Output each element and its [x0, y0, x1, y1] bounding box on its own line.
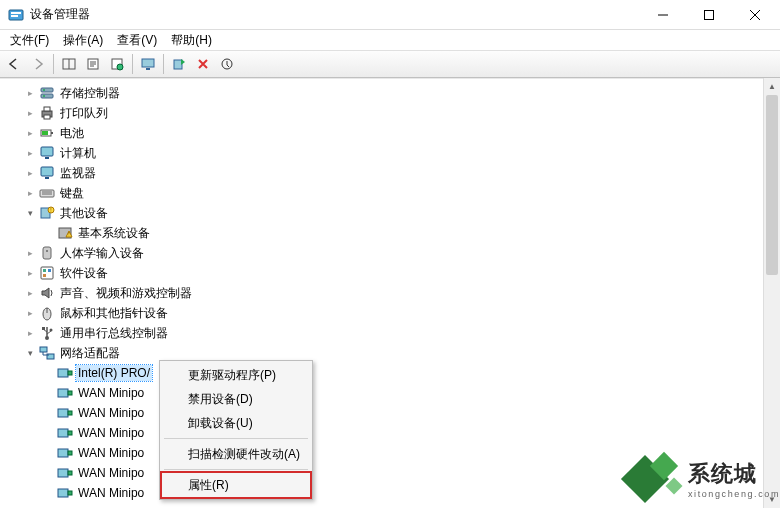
- toolbar-help-button[interactable]: [106, 53, 128, 75]
- tree-item-label: 人体学输入设备: [58, 244, 146, 263]
- toolbar-monitor-button[interactable]: [137, 53, 159, 75]
- menu-file[interactable]: 文件(F): [4, 31, 55, 50]
- tree-item[interactable]: ▸键盘: [4, 183, 780, 203]
- vertical-scrollbar[interactable]: ▲ ▼: [763, 78, 780, 508]
- tree-item[interactable]: ▸存储控制器: [4, 83, 780, 103]
- svg-text:!: !: [68, 231, 69, 237]
- watermark-text-cn: 系统城: [688, 459, 780, 489]
- menu-help[interactable]: 帮助(H): [165, 31, 218, 50]
- scroll-up-button[interactable]: ▲: [764, 78, 780, 95]
- svg-rect-46: [48, 269, 51, 272]
- spacer-icon: [40, 425, 56, 441]
- spacer-icon: [40, 445, 56, 461]
- expander-closed-icon[interactable]: ▸: [22, 305, 38, 321]
- menu-view[interactable]: 查看(V): [111, 31, 163, 50]
- tree-item-label: WAN Minipo: [76, 425, 146, 441]
- tree-item[interactable]: WAN Minipo: [4, 403, 780, 423]
- tree-item[interactable]: ▸打印队列: [4, 103, 780, 123]
- nic-icon: [57, 385, 73, 401]
- svg-rect-16: [146, 68, 150, 70]
- svg-point-55: [50, 329, 53, 332]
- svg-rect-64: [58, 429, 68, 437]
- expander-closed-icon[interactable]: ▸: [22, 285, 38, 301]
- svg-rect-4: [705, 10, 714, 19]
- tree-item[interactable]: ▾网络适配器: [4, 343, 780, 363]
- tree-item-label: 基本系统设备: [76, 224, 152, 243]
- expander-closed-icon[interactable]: ▸: [22, 85, 38, 101]
- ctx-uninstall-device[interactable]: 卸载设备(U): [162, 411, 310, 435]
- expander-open-icon[interactable]: ▾: [22, 345, 38, 361]
- svg-point-21: [43, 89, 45, 91]
- svg-rect-17: [174, 60, 182, 69]
- tree-item-label: WAN Minipo: [76, 385, 146, 401]
- svg-rect-42: [43, 247, 51, 259]
- expander-closed-icon[interactable]: ▸: [22, 185, 38, 201]
- expander-open-icon[interactable]: ▾: [22, 205, 38, 221]
- nic-icon: [57, 445, 73, 461]
- tree-item-label: WAN Minipo: [76, 445, 146, 461]
- tree-item[interactable]: ▸人体学输入设备: [4, 243, 780, 263]
- tree-item-label: WAN Minipo: [76, 405, 146, 421]
- svg-rect-47: [43, 274, 46, 277]
- watermark-logo: [616, 450, 688, 508]
- toolbar-back-button[interactable]: [3, 53, 25, 75]
- svg-rect-67: [68, 451, 72, 455]
- expander-closed-icon[interactable]: ▸: [22, 245, 38, 261]
- tree-item-label: 监视器: [58, 164, 98, 183]
- tree-item[interactable]: ▸鼠标和其他指针设备: [4, 303, 780, 323]
- speaker-icon: [39, 285, 55, 301]
- expander-closed-icon[interactable]: ▸: [22, 105, 38, 121]
- maximize-button[interactable]: [686, 0, 732, 30]
- toolbar-separator: [53, 54, 54, 74]
- unknown-icon: !: [39, 205, 55, 221]
- tree-item[interactable]: !基本系统设备: [4, 223, 780, 243]
- printer-icon: [39, 105, 55, 121]
- tree-item[interactable]: ▸电池: [4, 123, 780, 143]
- app-icon: [8, 7, 24, 23]
- keyboard-icon: [39, 185, 55, 201]
- context-menu: 更新驱动程序(P) 禁用设备(D) 卸载设备(U) 扫描检测硬件改动(A) 属性…: [159, 360, 313, 500]
- tree-item[interactable]: ▸监视器: [4, 163, 780, 183]
- tree-item-label: 通用串行总线控制器: [58, 324, 170, 343]
- ctx-update-driver[interactable]: 更新驱动程序(P): [162, 363, 310, 387]
- tree-item-label: 软件设备: [58, 264, 110, 283]
- nic-icon: [57, 405, 73, 421]
- tree-item-label: 打印队列: [58, 104, 110, 123]
- watermark: 系统城 xitongcheng.com: [616, 450, 780, 508]
- expander-closed-icon[interactable]: ▸: [22, 265, 38, 281]
- tree-item[interactable]: WAN Minipo: [4, 423, 780, 443]
- svg-rect-2: [11, 15, 18, 17]
- tree-item[interactable]: ▸声音、视频和游戏控制器: [4, 283, 780, 303]
- spacer-icon: [40, 485, 56, 501]
- tree-item[interactable]: ▸通用串行总线控制器: [4, 323, 780, 343]
- ctx-scan-hardware[interactable]: 扫描检测硬件改动(A): [162, 442, 310, 466]
- ctx-disable-device[interactable]: 禁用设备(D): [162, 387, 310, 411]
- tree-item[interactable]: WAN Minipo: [4, 383, 780, 403]
- expander-closed-icon[interactable]: ▸: [22, 125, 38, 141]
- toolbar-uninstall-button[interactable]: [192, 53, 214, 75]
- expander-closed-icon[interactable]: ▸: [22, 165, 38, 181]
- tree-item-label: 鼠标和其他指针设备: [58, 304, 170, 323]
- toolbar-forward-button[interactable]: [27, 53, 49, 75]
- toolbar-properties-button[interactable]: [82, 53, 104, 75]
- tree-item[interactable]: Intel(R) PRO/: [4, 363, 780, 383]
- tree-item-label: WAN Minipo: [76, 465, 146, 481]
- tree-item[interactable]: ▾!其他设备: [4, 203, 780, 223]
- toolbar-enable-button[interactable]: [216, 53, 238, 75]
- tree-item[interactable]: ▸软件设备: [4, 263, 780, 283]
- tree-item[interactable]: ▸计算机: [4, 143, 780, 163]
- menu-action[interactable]: 操作(A): [57, 31, 109, 50]
- expander-closed-icon[interactable]: ▸: [22, 325, 38, 341]
- svg-rect-1: [11, 12, 21, 14]
- close-button[interactable]: [732, 0, 778, 30]
- minimize-button[interactable]: [640, 0, 686, 30]
- svg-rect-68: [58, 469, 68, 477]
- toolbar-show-hidden-button[interactable]: [58, 53, 80, 75]
- ctx-properties[interactable]: 属性(R): [162, 473, 310, 497]
- svg-rect-25: [44, 115, 50, 119]
- spacer-icon: [40, 385, 56, 401]
- scroll-thumb[interactable]: [766, 95, 778, 275]
- toolbar-scan-button[interactable]: [168, 53, 190, 75]
- watermark-text-en: xitongcheng.com: [688, 489, 780, 499]
- expander-closed-icon[interactable]: ▸: [22, 145, 38, 161]
